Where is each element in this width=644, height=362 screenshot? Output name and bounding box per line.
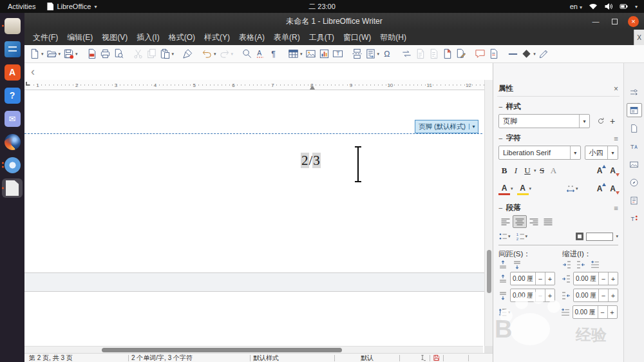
numbered-list-icon[interactable] bbox=[516, 232, 525, 241]
menu-item[interactable]: 样式(Y) bbox=[200, 30, 234, 45]
insert-textbox[interactable] bbox=[331, 46, 345, 62]
insert-field[interactable]: ▾ bbox=[364, 46, 381, 62]
close-button[interactable]: × bbox=[628, 16, 639, 27]
basic-shapes[interactable]: ▾ bbox=[520, 46, 537, 62]
dock-files[interactable] bbox=[2, 16, 23, 35]
cross-reference[interactable] bbox=[454, 46, 468, 62]
font-color-button[interactable]: A bbox=[498, 182, 510, 195]
wifi-icon[interactable] bbox=[589, 3, 598, 10]
decrement-button[interactable]: − bbox=[535, 272, 545, 285]
new-document[interactable]: ▾ bbox=[28, 46, 45, 62]
character-section-header[interactable]: − 字符 ≡ bbox=[498, 133, 618, 143]
superscript-button[interactable]: A bbox=[597, 184, 603, 193]
system-menu-chevron-icon[interactable]: ▾ bbox=[635, 4, 638, 10]
copy[interactable] bbox=[145, 46, 158, 62]
dock-libreoffice-launcher[interactable] bbox=[2, 39, 23, 59]
chevron-down-icon[interactable]: ▾ bbox=[508, 310, 511, 315]
space-below-icon[interactable] bbox=[513, 260, 522, 269]
style-section-header[interactable]: − 样式 bbox=[498, 102, 618, 111]
insert-footnote[interactable] bbox=[413, 46, 427, 62]
clone-formatting[interactable] bbox=[181, 46, 194, 62]
page-number-field[interactable]: 2/3 bbox=[301, 153, 321, 169]
chevron-down-icon[interactable]: ▾ bbox=[41, 52, 44, 57]
dock-writer-document[interactable] bbox=[2, 178, 23, 198]
space-above-icon[interactable] bbox=[498, 260, 507, 269]
formatting-marks[interactable] bbox=[267, 46, 281, 62]
chevron-down-icon[interactable]: ▾ bbox=[377, 52, 380, 57]
strikethrough-button[interactable]: S bbox=[536, 164, 548, 177]
italic-button[interactable]: I bbox=[510, 164, 522, 177]
spelling[interactable] bbox=[254, 46, 267, 62]
cut[interactable] bbox=[131, 46, 145, 62]
new-style-button[interactable]: + bbox=[607, 115, 618, 128]
decrement-button[interactable]: − bbox=[598, 306, 607, 318]
volume-icon[interactable] bbox=[604, 3, 613, 10]
insert-chart[interactable] bbox=[317, 46, 331, 62]
chevron-down-icon[interactable]: ▾ bbox=[172, 52, 175, 57]
paragraph-background-button[interactable]: ▾ bbox=[575, 232, 618, 241]
horizontal-scrollbar[interactable] bbox=[24, 346, 483, 353]
print[interactable] bbox=[99, 46, 112, 62]
deck-accessibility-check[interactable] bbox=[627, 211, 642, 225]
document-modified-icon[interactable] bbox=[433, 354, 440, 362]
bold-button[interactable]: B bbox=[498, 164, 510, 177]
dock-mail[interactable]: ✉ bbox=[2, 109, 23, 128]
selection-mode-icon[interactable] bbox=[419, 354, 427, 362]
decrement-button[interactable]: − bbox=[535, 289, 545, 301]
print-preview[interactable] bbox=[112, 46, 126, 62]
undo[interactable]: ▾ bbox=[200, 46, 218, 62]
underline-button[interactable]: U bbox=[522, 164, 533, 177]
export-pdf[interactable] bbox=[85, 46, 99, 62]
increment-button[interactable]: + bbox=[608, 289, 618, 301]
deck-manage-changes[interactable] bbox=[627, 193, 642, 207]
align-center-button[interactable] bbox=[513, 215, 527, 228]
shadow-button[interactable]: A bbox=[548, 164, 560, 177]
menu-item[interactable]: 表格(A) bbox=[234, 30, 269, 45]
insert-image[interactable] bbox=[304, 46, 317, 62]
deck-gallery[interactable] bbox=[627, 157, 642, 171]
keyboard-layout-indicator[interactable]: en ▾ bbox=[570, 3, 582, 10]
status-word-count[interactable]: 2 个单词/字, 3 个字符 bbox=[131, 354, 247, 362]
chevron-down-icon[interactable]: ▾ bbox=[214, 52, 216, 57]
status-page-number[interactable]: 第 2 页, 共 3 页 bbox=[29, 354, 126, 362]
close-document-button[interactable]: X bbox=[634, 30, 644, 45]
collapse-icon[interactable]: − bbox=[498, 103, 503, 111]
horizontal-line[interactable] bbox=[506, 46, 520, 62]
insert-table[interactable]: ▾ bbox=[287, 46, 304, 62]
decrement-button[interactable]: − bbox=[598, 272, 608, 285]
increment-button[interactable]: + bbox=[545, 289, 554, 301]
back-chevron-icon[interactable]: ‹ bbox=[31, 66, 35, 77]
maximize-button[interactable] bbox=[609, 16, 620, 26]
status-language[interactable]: 默认 bbox=[337, 354, 397, 362]
increment-button[interactable]: + bbox=[607, 306, 617, 318]
paragraph-style-select[interactable]: 页脚 ▾ bbox=[498, 114, 590, 128]
sidebar-settings[interactable] bbox=[627, 85, 642, 99]
minimize-button[interactable]: — bbox=[591, 16, 601, 26]
page-break[interactable] bbox=[350, 46, 364, 62]
track-changes[interactable] bbox=[487, 46, 500, 62]
justify-button[interactable] bbox=[541, 215, 555, 228]
dock-chromium[interactable] bbox=[2, 155, 23, 175]
highlight-color-button[interactable]: A bbox=[517, 182, 529, 195]
increment-button[interactable]: + bbox=[545, 272, 554, 285]
menu-item[interactable]: 插入(I) bbox=[132, 30, 164, 45]
chevron-down-icon[interactable]: ▾ bbox=[533, 52, 536, 57]
subscript-button[interactable]: A bbox=[610, 184, 616, 193]
clock[interactable]: 二 23:00 bbox=[0, 2, 644, 12]
space-below-spinner[interactable]: 0.00 厘−+ bbox=[510, 289, 555, 302]
draw-functions[interactable] bbox=[537, 46, 551, 62]
shrink-font-button[interactable]: A bbox=[610, 166, 616, 175]
footer-style-tag[interactable]: 页脚 (默认样式) ▾ bbox=[415, 120, 478, 133]
space-above-spinner[interactable]: 0.00 厘−+ bbox=[510, 272, 555, 285]
insert-bookmark[interactable] bbox=[440, 46, 454, 62]
save[interactable]: ▾ bbox=[62, 46, 79, 62]
font-name-select[interactable]: Liberation Serif ▾ bbox=[498, 146, 581, 160]
menu-item[interactable]: 工具(T) bbox=[305, 30, 339, 45]
status-paragraph-style[interactable]: 默认样式 bbox=[253, 354, 332, 362]
find-and-replace[interactable] bbox=[240, 46, 254, 62]
deck-page[interactable] bbox=[627, 121, 642, 135]
menu-item[interactable]: 文件(F) bbox=[28, 30, 62, 45]
align-right-button[interactable] bbox=[527, 215, 541, 228]
bullet-list-icon[interactable] bbox=[498, 232, 507, 241]
dock-firefox[interactable] bbox=[2, 132, 23, 151]
